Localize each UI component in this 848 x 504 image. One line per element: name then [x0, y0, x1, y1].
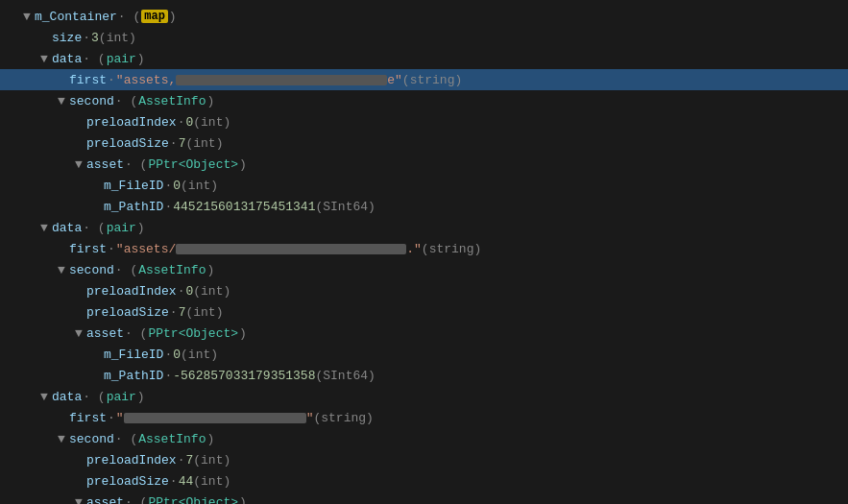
expand-icon-second1[interactable]: ▼: [56, 94, 67, 108]
expand-icon-second2[interactable]: ▼: [56, 263, 67, 277]
key-root: m_Container: [35, 10, 117, 24]
value-preloadsize2: 7: [179, 305, 186, 320]
value-first3-prefix: ": [116, 411, 124, 425]
row-root[interactable]: ▼ m_Container · ( map ): [0, 6, 848, 27]
value-first1-suffix: e": [387, 73, 402, 87]
expand-icon-data2[interactable]: ▼: [38, 221, 50, 235]
type-preloadsize1: (int): [185, 136, 223, 151]
key-asset3: asset: [86, 495, 124, 505]
type-first1: (string): [402, 73, 462, 87]
blurred-first1: [176, 75, 387, 85]
value-mfileid1: 0: [173, 179, 181, 193]
row-first1[interactable]: first · "assets, e" (string): [0, 69, 848, 90]
key-mfileid1: m_FileID: [104, 179, 163, 193]
row-asset3[interactable]: ▼ asset · ( PPtr<Object> ): [0, 492, 848, 504]
key-first3: first: [69, 411, 107, 425]
row-preloadindex1[interactable]: preloadIndex · 0 (int): [0, 111, 848, 132]
row-mfileid2[interactable]: m_FileID · 0 (int): [0, 344, 848, 365]
key-first2: first: [69, 242, 107, 256]
expand-icon-data3[interactable]: ▼: [38, 390, 50, 404]
blurred-first2: [176, 244, 406, 254]
row-data1[interactable]: ▼ data · ( pair ): [0, 48, 848, 69]
type-second1: AssetInfo: [138, 94, 206, 108]
row-data3[interactable]: ▼ data · ( pair ): [0, 386, 848, 407]
type-second2: AssetInfo: [138, 263, 206, 277]
key-size: size: [52, 31, 82, 45]
value-preloadindex3: 7: [185, 453, 193, 468]
expand-icon-second3[interactable]: ▼: [56, 432, 67, 446]
type-preloadindex2: (int): [193, 284, 230, 299]
expand-icon-asset1[interactable]: ▼: [73, 157, 85, 172]
key-preloadsize3: preloadSize: [86, 474, 169, 489]
row-first2[interactable]: first · "assets/ ." (string): [0, 238, 848, 259]
type-preloadindex1: (int): [193, 115, 230, 130]
type-mpathid2: (SInt64): [315, 369, 375, 383]
expand-icon-asset2[interactable]: ▼: [73, 326, 85, 341]
value-preloadsize1: 7: [179, 136, 186, 151]
type-data1: pair: [107, 52, 136, 66]
blurred-first3: [124, 413, 306, 423]
value-preloadindex1: 0: [185, 115, 193, 130]
type-data2: pair: [107, 221, 136, 235]
key-second2: second: [69, 263, 114, 277]
value-size: 3: [91, 31, 99, 45]
key-mpathid2: m_PathID: [104, 369, 163, 383]
key-preloadindex3: preloadIndex: [86, 453, 177, 468]
row-second1[interactable]: ▼ second · ( AssetInfo ): [0, 90, 848, 111]
key-first1: first: [69, 73, 107, 87]
key-second1: second: [69, 94, 114, 108]
key-preloadsize1: preloadSize: [86, 136, 169, 151]
type-asset1: PPtr<Object>: [148, 157, 238, 172]
row-preloadindex2[interactable]: preloadIndex · 0 (int): [0, 280, 848, 301]
row-asset2[interactable]: ▼ asset · ( PPtr<Object> ): [0, 323, 848, 344]
type-size: (int): [99, 31, 136, 45]
type-preloadsize3: (int): [193, 474, 230, 489]
type-mfileid1: (int): [181, 179, 218, 193]
value-first3-suffix: ": [306, 411, 314, 425]
row-preloadsize2[interactable]: preloadSize · 7 (int): [0, 301, 848, 323]
key-preloadsize2: preloadSize: [86, 305, 169, 320]
key-mpathid1: m_PathID: [104, 200, 163, 214]
type-mpathid1: (SInt64): [315, 200, 375, 214]
tree-container: ▼ m_Container · ( map ) size · 3 (int) ▼…: [0, 0, 848, 504]
value-mpathid1: 44521560131754​51341: [173, 200, 315, 214]
key-preloadindex2: preloadIndex: [86, 284, 177, 299]
row-mpathid1[interactable]: m_PathID · 44521560131754​51341 (SInt64): [0, 196, 848, 217]
key-preloadindex1: preloadIndex: [86, 115, 177, 130]
row-preloadsize3[interactable]: preloadSize · 44 (int): [0, 470, 848, 492]
expand-icon-root[interactable]: ▼: [21, 10, 33, 24]
row-first3[interactable]: first · " " (string): [0, 407, 848, 428]
type-first2: (string): [422, 242, 481, 256]
value-first2-prefix: "assets/: [116, 242, 176, 256]
key-data3: data: [52, 390, 82, 404]
type-preloadindex3: (int): [193, 453, 230, 468]
row-second2[interactable]: ▼ second · ( AssetInfo ): [0, 259, 848, 280]
row-preloadindex3[interactable]: preloadIndex · 7 (int): [0, 449, 848, 470]
key-second3: second: [69, 432, 114, 446]
row-mpathid2[interactable]: m_PathID · -562857033179351358 (SInt64): [0, 365, 848, 386]
key-mfileid2: m_FileID: [104, 348, 163, 362]
key-asset1: asset: [86, 157, 124, 172]
row-size[interactable]: size · 3 (int): [0, 27, 848, 48]
row-second3[interactable]: ▼ second · ( AssetInfo ): [0, 428, 848, 449]
key-data1: data: [52, 52, 82, 66]
row-data2[interactable]: ▼ data · ( pair ): [0, 217, 848, 238]
type-preloadsize2: (int): [185, 305, 223, 320]
row-mfileid1[interactable]: m_FileID · 0 (int): [0, 175, 848, 196]
value-first1-prefix: "assets,: [116, 73, 176, 87]
type-mfileid2: (int): [181, 348, 218, 362]
row-preloadsize1[interactable]: preloadSize · 7 (int): [0, 132, 848, 154]
type-data3: pair: [107, 390, 136, 404]
row-asset1[interactable]: ▼ asset · ( PPtr<Object> ): [0, 154, 848, 175]
key-data2: data: [52, 221, 82, 235]
type-asset2: PPtr<Object>: [148, 326, 238, 341]
expand-icon-data1[interactable]: ▼: [38, 52, 50, 66]
value-preloadindex2: 0: [185, 284, 193, 299]
value-preloadsize3: 44: [179, 474, 194, 489]
tag-map: map: [141, 10, 168, 23]
expand-icon-asset3[interactable]: ▼: [73, 495, 85, 505]
key-asset2: asset: [86, 326, 124, 341]
value-mpathid2: -562857033179351358: [173, 369, 315, 383]
value-first2-suffix: .": [406, 242, 422, 256]
type-first3: (string): [313, 411, 373, 425]
